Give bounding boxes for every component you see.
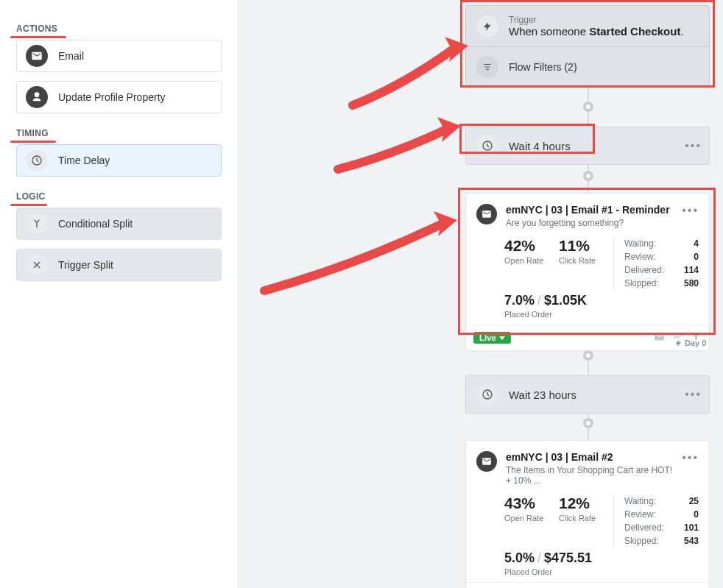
section-title: ACTIONS xyxy=(16,24,57,34)
clock-icon xyxy=(476,383,498,405)
flow-canvas: Trigger When someone Started Checkout. F… xyxy=(239,0,723,588)
action-update-profile[interactable]: Update Profile Property xyxy=(16,81,222,113)
trigger-card[interactable]: Trigger When someone Started Checkout. F… xyxy=(465,5,710,88)
clock-icon xyxy=(26,149,48,171)
wait2-label: Wait 23 hours xyxy=(509,389,576,401)
email1-title: emNYC | 03 | Email #1 - Reminder xyxy=(506,204,673,216)
e2-open-rate: 43% xyxy=(504,495,559,512)
email1-subject: Are you forgetting something? xyxy=(506,218,673,228)
more-icon[interactable]: ••• xyxy=(685,388,702,401)
e1-click-rate: 11% xyxy=(559,237,613,255)
annotation-arrow xyxy=(327,114,467,180)
section-title: TIMING xyxy=(16,128,49,138)
flow-filters-label: Flow Filters (2) xyxy=(509,61,577,73)
more-icon[interactable]: ••• xyxy=(685,139,702,152)
wait-card-1[interactable]: Wait 4 hours ••• xyxy=(465,127,710,165)
bolt-icon xyxy=(476,15,498,38)
e2-delivery-stats: Waiting:25 Review:0 Delivered:101 Skippe… xyxy=(613,495,699,548)
action-email-label: Email xyxy=(58,50,84,62)
wait-card-2[interactable]: Wait 23 hours ••• xyxy=(465,375,710,414)
trigger-split-icon xyxy=(26,254,48,276)
email2-subject: The Items in Your Shopping Cart are HOT!… xyxy=(506,465,673,486)
email-card-1[interactable]: emNYC | 03 | Email #1 - Reminder Are you… xyxy=(465,193,710,351)
section-actions-label: ACTIONS xyxy=(16,24,222,34)
timing-time-delay-label: Time Delay xyxy=(58,155,110,166)
wait1-label: Wait 4 hours xyxy=(509,140,571,152)
envelope-icon xyxy=(476,451,497,472)
split-icon xyxy=(26,213,48,235)
user-icon xyxy=(26,86,48,108)
envelope-icon xyxy=(26,45,48,67)
flow-filters-row[interactable]: Flow Filters (2) xyxy=(466,47,709,87)
email-card-2[interactable]: emNYC | 03 | Email #2 The Items in Your … xyxy=(465,440,710,588)
sidebar: ACTIONS Email Update Profile Property TI… xyxy=(0,0,239,588)
timing-time-delay[interactable]: Time Delay xyxy=(16,144,222,177)
action-email[interactable]: Email xyxy=(16,40,222,72)
section-timing-label: TIMING xyxy=(16,128,222,138)
clock-icon xyxy=(476,135,498,157)
e2-click-rate: 12% xyxy=(559,495,613,512)
e1-open-rate: 42% xyxy=(504,237,559,255)
annotation-arrow xyxy=(342,35,474,116)
envelope-icon xyxy=(476,204,497,224)
e1-placed-order: 7.0%/$1.05K xyxy=(504,293,699,308)
trigger-text: When someone Started Checkout. xyxy=(509,25,684,38)
action-update-profile-label: Update Profile Property xyxy=(58,91,166,103)
logic-conditional-split[interactable]: Conditional Split xyxy=(16,208,222,240)
section-logic-label: LOGIC xyxy=(16,191,222,202)
day0-label: Day 0 xyxy=(674,339,706,347)
logic-conditional-split-label: Conditional Split xyxy=(58,218,133,230)
filter-icon xyxy=(476,56,498,78)
annotation-arrow xyxy=(253,206,467,302)
more-icon[interactable]: ••• xyxy=(682,451,699,464)
logic-trigger-split[interactable]: Trigger Split xyxy=(16,249,222,281)
e1-delivery-stats: Waiting:4 Review:0 Delivered:114 Skipped… xyxy=(613,237,699,290)
email2-title: emNYC | 03 | Email #2 xyxy=(506,451,673,463)
section-title: LOGIC xyxy=(16,191,46,202)
status-badge[interactable]: Live xyxy=(473,332,511,344)
more-icon[interactable]: ••• xyxy=(682,204,699,217)
trigger-label: Trigger xyxy=(509,15,684,25)
logic-trigger-split-label: Trigger Split xyxy=(58,259,113,271)
e2-placed-order: 5.0%/$475.51 xyxy=(504,550,699,566)
envelope-icon[interactable] xyxy=(654,331,665,344)
